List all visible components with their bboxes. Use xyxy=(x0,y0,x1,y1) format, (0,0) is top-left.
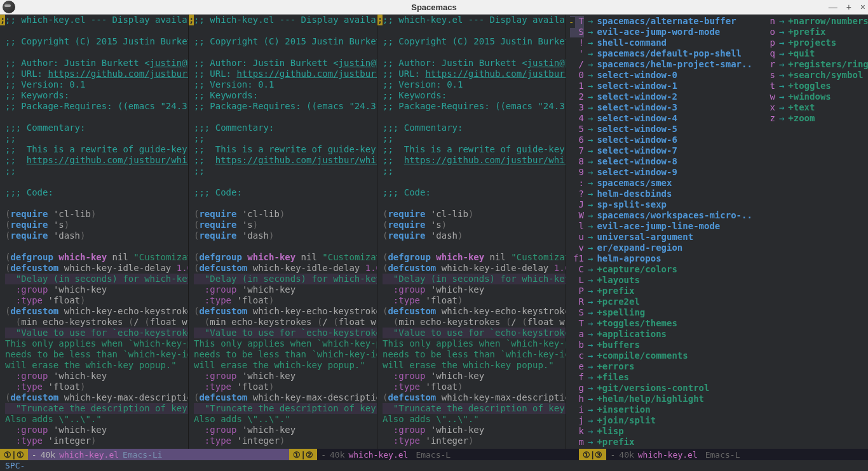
which-key-command: +toggles xyxy=(788,81,831,91)
which-key-binding[interactable]: v→er/expand-region xyxy=(570,242,752,253)
which-key-binding[interactable]: 7→select-window-7 xyxy=(570,145,752,156)
which-key-binding[interactable]: 0→select-window-0 xyxy=(570,70,752,81)
which-key-binding[interactable]: w→+windows xyxy=(761,91,868,102)
which-key-key: j xyxy=(570,415,584,426)
which-key-binding[interactable]: k→+lisp xyxy=(570,426,752,437)
arrow-icon: → xyxy=(584,296,597,307)
which-key-binding[interactable]: o→+prefix xyxy=(761,27,868,37)
minibuffer[interactable]: SPC- xyxy=(0,460,868,471)
main-area: ; ;; which-key.el --- Display availa ;; … xyxy=(0,15,868,449)
cursor-indicator: - xyxy=(569,17,575,28)
which-key-binding[interactable]: P→+prefix xyxy=(570,286,752,296)
which-key-key: C xyxy=(570,264,584,275)
which-key-key: h xyxy=(570,394,584,404)
which-key-command: evil-ace-jump-word-mode xyxy=(597,27,720,37)
which-key-binding[interactable]: u→universal-argument xyxy=(570,232,752,242)
arrow-icon: → xyxy=(775,70,788,81)
which-key-binding[interactable]: q→+quit xyxy=(761,48,868,59)
which-key-binding[interactable]: e→+errors xyxy=(570,361,752,372)
titlebar: Spacemacs — + × xyxy=(0,0,868,15)
which-key-binding[interactable]: L→+layouts xyxy=(570,275,752,286)
window-number-badge: ①|② xyxy=(289,449,317,460)
arrow-icon: → xyxy=(584,286,597,296)
arrow-icon: → xyxy=(584,178,597,189)
which-key-binding[interactable]: S→evil-ace-jump-word-mode xyxy=(570,27,752,37)
arrow-icon: → xyxy=(775,81,788,91)
which-key-key: 6 xyxy=(570,135,584,145)
which-key-command: shell-command xyxy=(597,37,667,48)
arrow-icon: → xyxy=(584,16,597,27)
which-key-key: f1 xyxy=(570,253,584,264)
close-button[interactable]: × xyxy=(860,2,865,12)
which-key-binding[interactable]: T→+toggles/themes xyxy=(570,318,752,329)
which-key-binding[interactable]: t→+toggles xyxy=(761,81,868,91)
which-key-binding[interactable]: j→+join/split xyxy=(570,415,752,426)
which-key-binding[interactable]: z→+zoom xyxy=(761,113,868,124)
arrow-icon: → xyxy=(584,394,597,404)
which-key-key: g xyxy=(570,383,584,394)
which-key-binding[interactable]: C→+capture/colors xyxy=(570,264,752,275)
which-key-binding[interactable]: l→evil-ace-jump-line-mode xyxy=(570,221,752,232)
which-key-binding[interactable]: '→spacemacs/default-pop-shell xyxy=(570,48,752,59)
which-key-binding[interactable]: /→spacemacs/helm-project-smar.. xyxy=(570,59,752,70)
which-key-binding[interactable]: :→spacemacs/smex xyxy=(570,178,752,189)
editor-pane-1[interactable]: ; ;; which-key.el --- Display availa ;; … xyxy=(0,15,189,449)
which-key-binding[interactable]: 1→select-window-1 xyxy=(570,81,752,91)
which-key-key: 5 xyxy=(570,124,584,135)
which-key-binding[interactable]: 2→select-window-2 xyxy=(570,91,752,102)
which-key-binding[interactable]: f1→helm-apropos xyxy=(570,253,752,264)
which-key-binding[interactable]: 6→select-window-6 xyxy=(570,135,752,145)
which-key-key: 2 xyxy=(570,91,584,102)
which-key-binding[interactable]: m→+prefix xyxy=(570,437,752,448)
which-key-command: helm-apropos xyxy=(597,253,661,264)
which-key-command: select-window-0 xyxy=(597,70,677,81)
which-key-binding[interactable]: T→spacemacs/alternate-buffer xyxy=(570,16,752,27)
which-key-binding[interactable]: R→+pcre2el xyxy=(570,296,752,307)
which-key-key: ' xyxy=(570,48,584,59)
arrow-icon: → xyxy=(775,37,788,48)
which-key-binding[interactable]: b→+buffers xyxy=(570,340,752,350)
which-key-binding[interactable]: x→+text xyxy=(761,102,868,113)
which-key-binding[interactable]: n→+narrow/numbers xyxy=(761,16,868,27)
modeline-pane-2: ①|② - 40k which-key.el Emacs-L xyxy=(289,449,578,460)
which-key-binding[interactable]: 5→select-window-5 xyxy=(570,124,752,135)
which-key-key: u xyxy=(570,232,584,242)
which-key-key: v xyxy=(570,242,584,253)
which-key-key: w xyxy=(761,91,775,102)
which-key-binding[interactable]: !→shell-command xyxy=(570,37,752,48)
which-key-binding[interactable]: h→+helm/help/highlight xyxy=(570,394,752,404)
which-key-binding[interactable]: c→+compile/comments xyxy=(570,350,752,361)
arrow-icon: → xyxy=(584,415,597,426)
arrow-icon: → xyxy=(584,91,597,102)
editor-pane-2[interactable]: ; ;; which-key.el --- Display availa ;; … xyxy=(189,15,377,449)
minimize-button[interactable]: — xyxy=(829,2,837,12)
window-title: Spacemacs xyxy=(0,2,868,13)
which-key-binding[interactable]: 8→select-window-8 xyxy=(570,156,752,167)
which-key-binding[interactable]: p→+projects xyxy=(761,37,868,48)
arrow-icon: → xyxy=(584,275,597,286)
arrow-icon: → xyxy=(584,70,597,81)
maximize-button[interactable]: + xyxy=(846,2,851,12)
which-key-command: +prefix xyxy=(597,437,634,448)
which-key-binding[interactable]: i→+insertion xyxy=(570,404,752,415)
which-key-binding[interactable]: ?→helm-descbinds xyxy=(570,189,752,199)
which-key-binding[interactable]: W→spacemacs/workspaces-micro-.. xyxy=(570,210,752,221)
which-key-column-1: T→spacemacs/alternate-bufferS→evil-ace-j… xyxy=(570,16,752,448)
which-key-binding[interactable]: 4→select-window-4 xyxy=(570,113,752,124)
arrow-icon: → xyxy=(584,253,597,264)
arrow-icon: → xyxy=(584,102,597,113)
arrow-icon: → xyxy=(584,37,597,48)
which-key-binding[interactable]: a→+applications xyxy=(570,329,752,340)
which-key-binding[interactable]: S→+spelling xyxy=(570,307,752,318)
which-key-binding[interactable]: f→+files xyxy=(570,372,752,383)
which-key-binding[interactable]: r→+registers/rings xyxy=(761,59,868,70)
which-key-binding[interactable]: s→+search/symbol xyxy=(761,70,868,81)
which-key-binding[interactable]: 3→select-window-3 xyxy=(570,102,752,113)
which-key-binding[interactable]: g→+git/versions-control xyxy=(570,383,752,394)
which-key-binding[interactable]: 9→select-window-9 xyxy=(570,167,752,178)
editor-pane-3[interactable]: ; ;; which-key.el --- Display availa ;; … xyxy=(377,15,566,449)
which-key-key: L xyxy=(570,275,584,286)
which-key-key: R xyxy=(570,296,584,307)
which-key-binding[interactable]: J→sp-split-sexp xyxy=(570,199,752,210)
code-content: ;; which-key.el --- Display availa ;; Co… xyxy=(0,15,188,446)
